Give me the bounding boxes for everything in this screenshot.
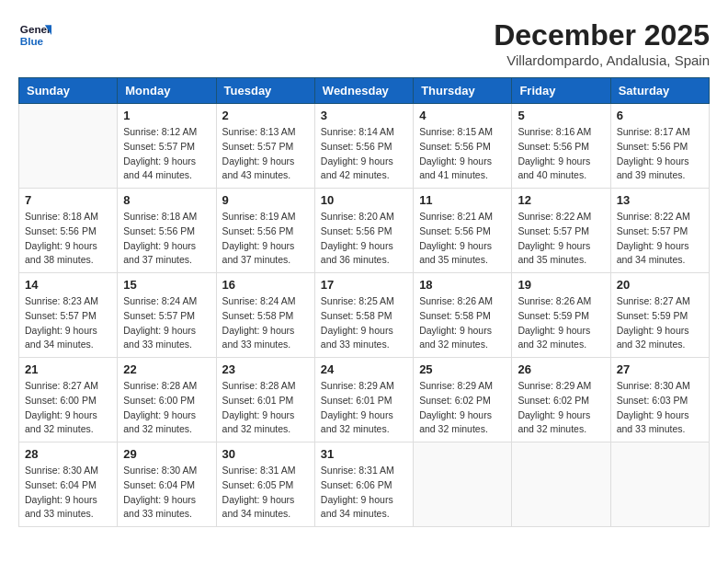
day-info-line: Sunrise: 8:31 AM	[222, 465, 296, 476]
calendar-cell: 9Sunrise: 8:19 AMSunset: 5:56 PMDaylight…	[216, 189, 314, 273]
day-info-line: Sunrise: 8:22 AM	[518, 211, 591, 222]
calendar-cell: 16Sunrise: 8:24 AMSunset: 5:58 PMDayligh…	[216, 273, 314, 358]
day-info-line: and 32 minutes.	[617, 339, 686, 350]
day-info-line: Sunrise: 8:21 AM	[419, 211, 493, 222]
day-number: 19	[518, 278, 604, 292]
day-info-line: and 38 minutes.	[25, 254, 94, 265]
day-info-line: Sunrise: 8:18 AM	[25, 211, 98, 222]
calendar-cell	[610, 442, 709, 527]
day-info-line: Sunset: 5:58 PM	[222, 310, 294, 321]
day-info-line: Sunset: 5:57 PM	[518, 225, 589, 236]
day-info-line: Sunset: 6:03 PM	[617, 395, 688, 406]
day-info-line: Sunrise: 8:30 AM	[25, 465, 98, 476]
day-info: Sunrise: 8:14 AMSunset: 5:56 PMDaylight:…	[321, 125, 407, 183]
day-info-line: Daylight: 9 hours	[419, 409, 492, 420]
day-info: Sunrise: 8:22 AMSunset: 5:57 PMDaylight:…	[518, 210, 604, 268]
day-info-line: Sunrise: 8:30 AM	[617, 380, 690, 391]
day-number: 22	[123, 362, 210, 376]
day-info-line: and 32 minutes.	[123, 423, 192, 434]
calendar-cell: 3Sunrise: 8:14 AMSunset: 5:56 PMDaylight…	[314, 104, 413, 189]
day-info-line: and 44 minutes.	[123, 169, 192, 180]
day-info-line: and 40 minutes.	[518, 169, 586, 180]
day-info: Sunrise: 8:13 AMSunset: 5:57 PMDaylight:…	[222, 125, 309, 183]
day-info-line: and 32 minutes.	[518, 423, 586, 434]
day-info-line: Sunrise: 8:18 AM	[123, 211, 197, 222]
day-info-line: Sunset: 6:01 PM	[222, 395, 294, 406]
day-info-line: Sunrise: 8:17 AM	[617, 126, 690, 137]
day-info-line: Sunrise: 8:29 AM	[518, 380, 591, 391]
month-title: December 2025	[494, 18, 710, 52]
calendar-cell: 21Sunrise: 8:27 AMSunset: 6:00 PMDayligh…	[19, 358, 118, 442]
day-info-line: Sunrise: 8:25 AM	[321, 295, 394, 306]
calendar-cell: 28Sunrise: 8:30 AMSunset: 6:04 PMDayligh…	[19, 442, 118, 527]
week-row-4: 21Sunrise: 8:27 AMSunset: 6:00 PMDayligh…	[19, 358, 710, 442]
day-info-line: Daylight: 9 hours	[518, 155, 590, 167]
day-info-line: Daylight: 9 hours	[617, 240, 689, 251]
day-info-line: Sunrise: 8:29 AM	[419, 380, 493, 391]
day-info-line: Daylight: 9 hours	[617, 409, 689, 420]
day-info-line: Sunrise: 8:22 AM	[617, 211, 690, 222]
svg-text:General: General	[20, 23, 51, 35]
day-number: 24	[321, 362, 407, 376]
day-info: Sunrise: 8:26 AMSunset: 5:59 PMDaylight:…	[518, 294, 604, 352]
day-number: 10	[321, 193, 407, 207]
day-info-line: Sunset: 5:57 PM	[123, 141, 195, 152]
day-info-line: Sunrise: 8:28 AM	[123, 380, 197, 391]
day-info: Sunrise: 8:16 AMSunset: 5:56 PMDaylight:…	[518, 125, 604, 183]
calendar-cell: 29Sunrise: 8:30 AMSunset: 6:04 PMDayligh…	[118, 442, 216, 527]
calendar-cell: 17Sunrise: 8:25 AMSunset: 5:58 PMDayligh…	[314, 273, 413, 358]
day-info-line: Sunset: 5:56 PM	[419, 225, 491, 236]
day-info-line: Sunrise: 8:27 AM	[617, 295, 690, 306]
day-info-line: and 34 minutes.	[321, 508, 390, 519]
day-info: Sunrise: 8:28 AMSunset: 6:01 PMDaylight:…	[222, 379, 309, 437]
day-info-line: and 43 minutes.	[222, 169, 291, 180]
day-number: 31	[321, 447, 407, 461]
calendar-cell: 15Sunrise: 8:24 AMSunset: 5:57 PMDayligh…	[118, 273, 216, 358]
day-info-line: Daylight: 9 hours	[222, 155, 295, 167]
weekday-header-row: SundayMondayTuesdayWednesdayThursdayFrid…	[19, 78, 710, 104]
day-info-line: Sunset: 5:56 PM	[222, 225, 294, 236]
day-info-line: Daylight: 9 hours	[518, 240, 590, 251]
day-info-line: Sunset: 6:00 PM	[25, 395, 97, 406]
day-number: 6	[617, 109, 703, 122]
day-info-line: Daylight: 9 hours	[123, 325, 196, 336]
day-info: Sunrise: 8:29 AMSunset: 6:02 PMDaylight:…	[419, 379, 506, 437]
day-info-line: Daylight: 9 hours	[321, 494, 393, 505]
day-info: Sunrise: 8:31 AMSunset: 6:05 PMDaylight:…	[222, 464, 309, 522]
day-info-line: Sunset: 6:01 PM	[321, 395, 392, 406]
day-number: 8	[123, 193, 210, 207]
title-block: December 2025 Villardompardo, Andalusia,…	[494, 18, 710, 68]
logo-icon: General Blue	[18, 18, 51, 52]
logo: General Blue	[18, 18, 51, 52]
day-info: Sunrise: 8:24 AMSunset: 5:58 PMDaylight:…	[222, 294, 309, 352]
day-info-line: Sunrise: 8:29 AM	[321, 380, 394, 391]
day-info: Sunrise: 8:25 AMSunset: 5:58 PMDaylight:…	[321, 294, 407, 352]
day-info-line: Sunrise: 8:16 AM	[518, 126, 591, 137]
day-number: 11	[419, 193, 506, 207]
day-info-line: Sunset: 5:56 PM	[321, 225, 392, 236]
calendar-cell: 23Sunrise: 8:28 AMSunset: 6:01 PMDayligh…	[216, 358, 314, 442]
weekday-header-thursday: Thursday	[414, 78, 512, 104]
calendar-cell: 8Sunrise: 8:18 AMSunset: 5:56 PMDaylight…	[118, 189, 216, 273]
week-row-5: 28Sunrise: 8:30 AMSunset: 6:04 PMDayligh…	[19, 442, 710, 527]
day-info-line: and 39 minutes.	[617, 169, 686, 180]
weekday-header-wednesday: Wednesday	[314, 78, 413, 104]
day-info-line: Sunset: 5:56 PM	[617, 141, 688, 152]
day-info-line: Sunset: 6:05 PM	[222, 479, 294, 490]
day-info-line: Sunrise: 8:24 AM	[123, 295, 197, 306]
day-info: Sunrise: 8:30 AMSunset: 6:04 PMDaylight:…	[25, 464, 111, 522]
day-info-line: Daylight: 9 hours	[222, 494, 295, 505]
day-info-line: and 32 minutes.	[321, 423, 390, 434]
day-info: Sunrise: 8:12 AMSunset: 5:57 PMDaylight:…	[123, 125, 210, 183]
day-info-line: Sunset: 5:57 PM	[617, 225, 688, 236]
day-info-line: Daylight: 9 hours	[321, 325, 393, 336]
calendar-cell: 6Sunrise: 8:17 AMSunset: 5:56 PMDaylight…	[610, 104, 709, 189]
day-info-line: Daylight: 9 hours	[25, 409, 97, 420]
day-info-line: and 33 minutes.	[321, 339, 390, 350]
day-info-line: Sunset: 6:06 PM	[321, 479, 392, 490]
day-info-line: and 33 minutes.	[123, 508, 192, 519]
calendar-cell: 10Sunrise: 8:20 AMSunset: 5:56 PMDayligh…	[314, 189, 413, 273]
calendar-cell: 12Sunrise: 8:22 AMSunset: 5:57 PMDayligh…	[512, 189, 610, 273]
day-info-line: Sunset: 5:57 PM	[25, 310, 97, 321]
day-info-line: Sunset: 5:59 PM	[617, 310, 688, 321]
